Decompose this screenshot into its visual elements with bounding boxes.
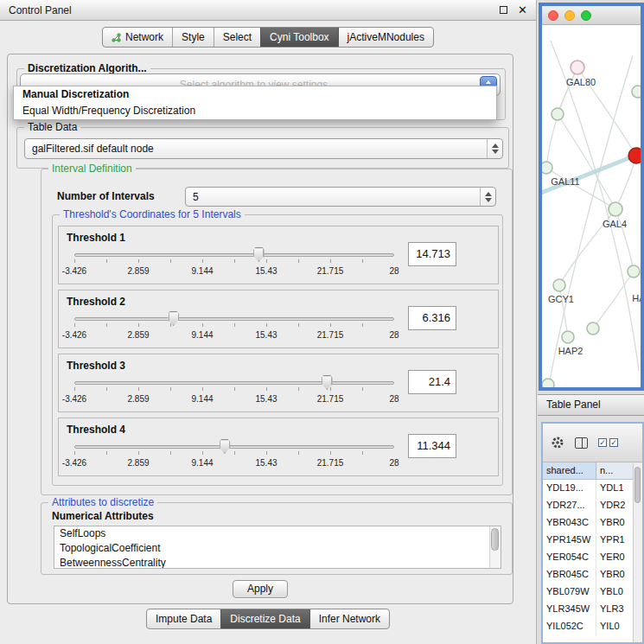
slider-thumb[interactable] bbox=[168, 311, 179, 326]
table-scrollbar-thumb[interactable] bbox=[634, 467, 641, 503]
threshold-4-slider[interactable]: -3.4262.8599.14415.4321.71528 bbox=[71, 437, 398, 474]
slider-scale: -3.4262.8599.14415.4321.71528 bbox=[74, 458, 394, 469]
table-scrollbar[interactable] bbox=[633, 463, 642, 642]
threshold-2-slider[interactable]: -3.4262.8599.14415.4321.71528 bbox=[71, 309, 398, 346]
table-toolbar: ✓ ✓ bbox=[543, 424, 642, 462]
tab-style[interactable]: Style bbox=[172, 28, 214, 47]
discretization-algorithm-group-title: Discretization Algorith... bbox=[24, 62, 150, 74]
float-window-button[interactable] bbox=[500, 6, 507, 14]
close-panel-button[interactable]: ✕ bbox=[518, 4, 527, 16]
tab-discretize-data[interactable]: Discretize Data bbox=[220, 609, 309, 628]
scale-tick-label: 15.43 bbox=[255, 266, 277, 276]
number-of-intervals-combobox[interactable]: 5 bbox=[185, 187, 496, 207]
threshold-2-value-field[interactable]: 6.316 bbox=[408, 306, 456, 330]
network-node[interactable] bbox=[628, 265, 640, 277]
network-node[interactable] bbox=[571, 61, 584, 74]
column-header-shared-name[interactable]: shared... bbox=[543, 462, 596, 479]
arrow-up-icon bbox=[485, 192, 492, 196]
list-scrollbar-thumb[interactable] bbox=[491, 528, 499, 551]
table-row[interactable]: YLR345WYLR3 bbox=[543, 601, 642, 618]
scale-tick-label: 2.859 bbox=[127, 394, 149, 404]
table-row[interactable]: YBR045CYBR0 bbox=[543, 566, 642, 583]
table-row[interactable]: YPR145WYPR1 bbox=[543, 532, 642, 549]
network-node-label: GAL11 bbox=[551, 176, 579, 187]
numerical-attributes-list[interactable]: SelfLoopsTopologicalCoefficientBetweenne… bbox=[54, 526, 501, 569]
tab-impute-data[interactable]: Impute Data bbox=[147, 609, 220, 628]
shared-name-cell: YLR345W bbox=[543, 601, 596, 618]
shared-name-cell: YPR145W bbox=[543, 532, 596, 549]
tab-infer-network[interactable]: Infer Network bbox=[309, 609, 389, 628]
threshold-1-value-field[interactable]: 14.713 bbox=[408, 242, 456, 266]
scale-tick-label: 21.715 bbox=[317, 266, 344, 276]
network-node[interactable] bbox=[632, 86, 641, 98]
network-node[interactable] bbox=[609, 202, 622, 216]
tab-impute-data-label: Impute Data bbox=[156, 613, 212, 625]
table-settings-gear-icon[interactable] bbox=[551, 436, 564, 450]
network-edge bbox=[558, 114, 615, 209]
slider-thumb[interactable] bbox=[253, 247, 265, 262]
shared-name-cell: YIL052C bbox=[543, 618, 596, 635]
interval-definition-title: Interval Definition bbox=[48, 163, 136, 175]
table-row[interactable]: YBR043CYBR0 bbox=[543, 514, 642, 532]
attribute-list-item[interactable]: SelfLoops bbox=[54, 526, 501, 541]
threshold-4-value-field[interactable]: 11.344 bbox=[408, 434, 456, 458]
tab-jactivemnodules[interactable]: jActiveMNodules bbox=[338, 28, 433, 47]
network-node[interactable] bbox=[628, 148, 641, 163]
threshold-4-label: Threshold 4 bbox=[67, 424, 125, 436]
network-node[interactable] bbox=[542, 379, 554, 387]
network-node[interactable] bbox=[552, 108, 564, 120]
network-node[interactable] bbox=[587, 322, 599, 335]
dropdown-option-manual-discretization[interactable]: Manual Discretization bbox=[14, 86, 496, 103]
tab-select[interactable]: Select bbox=[214, 28, 260, 47]
threshold-2-label: Threshold 2 bbox=[67, 296, 125, 308]
zoom-traffic-light-icon[interactable] bbox=[581, 10, 591, 21]
tab-cyni-toolbox[interactable]: Cyni Toolbox bbox=[260, 28, 337, 47]
cyni-bottom-tabbar: Impute Data Discretize Data Infer Networ… bbox=[0, 609, 536, 629]
shared-name-cell: YBR043C bbox=[543, 514, 596, 532]
threshold-3-slider[interactable]: -3.4262.8599.14415.4321.71528 bbox=[71, 373, 398, 410]
network-node-label: GCY1 bbox=[548, 294, 574, 304]
select-all-checkboxes-icon[interactable]: ✓ ✓ bbox=[598, 438, 618, 447]
threshold-1-label: Threshold 1 bbox=[67, 232, 125, 244]
bottom-tabs-segmented: Impute Data Discretize Data Infer Networ… bbox=[146, 609, 390, 629]
scale-tick-label: 21.715 bbox=[317, 394, 344, 404]
slider-thumb-zone bbox=[74, 437, 394, 455]
network-view-window[interactable]: GAL80GAL11GAL4GCY1HAHAP2 bbox=[539, 3, 644, 391]
close-traffic-light-icon[interactable] bbox=[548, 10, 558, 21]
network-node-label: GAL4 bbox=[603, 219, 627, 229]
table-data-combobox[interactable]: galFiltered.sif default node bbox=[24, 138, 503, 159]
network-canvas[interactable]: GAL80GAL11GAL4GCY1HAHAP2 bbox=[542, 25, 641, 387]
minimize-traffic-light-icon[interactable] bbox=[564, 10, 575, 21]
tab-network[interactable]: Network bbox=[103, 28, 172, 47]
scale-tick-label: 28 bbox=[389, 458, 399, 468]
network-node[interactable] bbox=[542, 162, 552, 174]
tab-select-label: Select bbox=[223, 31, 252, 43]
scale-tick-label: 28 bbox=[389, 330, 399, 340]
slider-thumb[interactable] bbox=[219, 439, 230, 454]
threshold-1-slider[interactable]: -3.4262.8599.14415.4321.71528 bbox=[71, 245, 398, 282]
slider-thumb[interactable] bbox=[322, 375, 333, 390]
network-node[interactable] bbox=[562, 331, 574, 343]
table-row[interactable]: YDR27...YDR2 bbox=[543, 497, 642, 514]
thresholds-coordinates-title: Threshold's Coordinates for 5 Intervals bbox=[60, 208, 245, 220]
thresholds-coordinates-group: Threshold's Coordinates for 5 Intervals … bbox=[52, 214, 503, 486]
threshold-3-value-field[interactable]: 21.4 bbox=[408, 370, 456, 394]
apply-button[interactable]: Apply bbox=[233, 580, 288, 598]
scale-tick-label: 28 bbox=[389, 394, 399, 404]
table-row[interactable]: YIL052CYIL0 bbox=[543, 618, 642, 635]
number-of-intervals-value: 5 bbox=[193, 191, 480, 203]
table-row[interactable]: YER054CYER0 bbox=[543, 549, 642, 566]
attribute-list-item[interactable]: TopologicalCoefficient bbox=[54, 541, 501, 556]
attribute-list-item[interactable]: BetweennessCentrality bbox=[54, 556, 501, 569]
list-scrollbar[interactable] bbox=[489, 526, 501, 568]
scale-tick-label: 9.144 bbox=[191, 266, 213, 276]
network-node[interactable] bbox=[553, 279, 565, 291]
table-row[interactable]: YBL079WYBL0 bbox=[543, 583, 642, 601]
select-columns-icon[interactable] bbox=[575, 437, 588, 449]
dropdown-option-equal-width-frequency[interactable]: Equal Width/Frequency Discretization bbox=[14, 103, 496, 119]
table-row[interactable]: YDL19...YDL1 bbox=[543, 480, 642, 497]
tab-jactivemnodules-label: jActiveMNodules bbox=[348, 31, 424, 43]
scale-tick-label: 9.144 bbox=[191, 330, 213, 340]
scale-tick-label: -3.426 bbox=[62, 394, 86, 404]
combobox-arrows-icon bbox=[487, 139, 502, 158]
